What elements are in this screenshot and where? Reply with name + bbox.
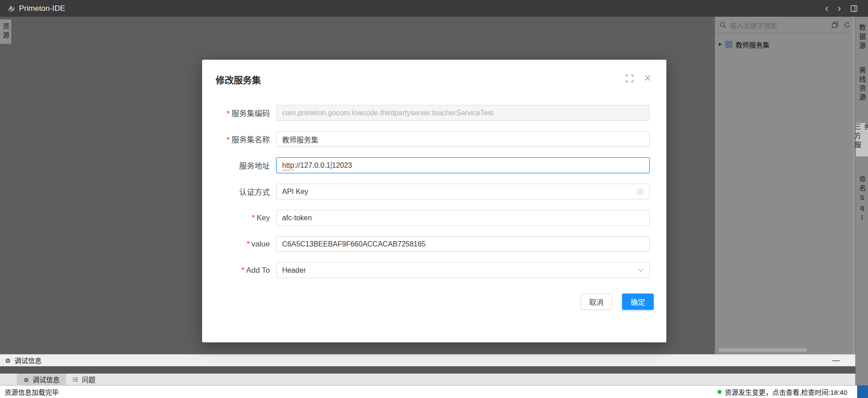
collapsed-panel-area	[0, 366, 855, 374]
required-mark: *	[226, 136, 230, 144]
field-label: value	[251, 240, 270, 248]
close-icon[interactable]	[644, 75, 651, 81]
titlebar: Primeton-IDE ‹ ›	[0, 0, 868, 17]
service-group-icon	[725, 41, 732, 48]
required-mark: *	[226, 109, 230, 118]
field-row-value: *value C6A5C13BEEBAF9F660ACCACAB7258165	[202, 236, 666, 252]
app-logo-icon	[6, 4, 15, 13]
search-input[interactable]: 输入关键字搜索	[730, 20, 777, 30]
tree-expand-caret-icon[interactable]	[719, 43, 722, 46]
dialog-form: *服务集编码 com.primeton.gocom.lowcode.thirdp…	[202, 105, 666, 310]
app-window: Primeton-IDE ‹ › 资源 输入关	[0, 0, 868, 398]
field-label: 服务集编码	[231, 109, 270, 118]
status-green-dot-icon	[717, 390, 722, 394]
sidebar-tab-resources[interactable]: 资源	[0, 19, 11, 44]
tab-offline-resources[interactable]: 离线资源	[856, 65, 868, 104]
corner-notification-square[interactable]	[857, 385, 868, 398]
nav-forward-button[interactable]: ›	[838, 4, 841, 13]
text-caret	[331, 161, 332, 170]
left-tab-strip: 资源	[0, 17, 11, 354]
field-label: 认证方式	[239, 188, 270, 197]
horizontal-scrollbar[interactable]	[718, 348, 807, 352]
service-set-code-input[interactable]: com.primeton.gocom.lowcode.thirdpartyser…	[276, 105, 650, 121]
search-icon	[719, 21, 726, 28]
status-message-left: 资源信息加载完毕	[5, 387, 59, 397]
right-tab-strip: 数据源 离线资源 三方服务 命名Sql	[855, 17, 868, 385]
field-row-key: *Key afc-token	[202, 210, 666, 226]
tab-debug-info[interactable]: 调试信息	[17, 374, 66, 385]
required-mark: *	[247, 240, 250, 248]
field-row-auth-type: 认证方式 API Key	[202, 184, 666, 199]
toggle-panel-icon[interactable]	[850, 5, 858, 13]
service-set-name-input[interactable]: 教师服务集	[276, 131, 650, 147]
tab-named-sql[interactable]: 命名Sql	[856, 175, 868, 224]
field-row-service-set-name: *服务集名称 教师服务集	[202, 131, 666, 147]
field-label: 服务集名称	[231, 136, 270, 144]
required-mark: *	[252, 213, 255, 222]
edit-service-set-dialog: 修改服务集 *服务集编码 com.primeton.gocom.lowcode.…	[202, 60, 666, 342]
clear-circle-icon[interactable]	[637, 188, 644, 195]
tree-item-teacher-service-set[interactable]: 教师服务集	[715, 38, 855, 51]
minimize-panel-button[interactable]: —	[832, 358, 840, 363]
tree-item-label: 教师服务集	[736, 40, 769, 49]
status-message-right: 资源发生变更，点击查看,检查时间:18:40	[725, 387, 847, 397]
app-title: Primeton-IDE	[19, 4, 65, 13]
resource-change-notice[interactable]: 资源发生变更，点击查看,检查时间:18:40	[717, 387, 847, 397]
nav-back-button[interactable]: ‹	[825, 4, 828, 13]
field-row-service-address: 服务地址 http://127.0.0.112023	[202, 157, 666, 173]
fullscreen-icon[interactable]	[625, 74, 634, 83]
tab-data-source[interactable]: 数据源	[856, 20, 868, 55]
debug-panel-header: 调试信息 —	[0, 354, 855, 366]
statusbar: 资源信息加载完毕 资源发生变更，点击查看,检查时间:18:40	[0, 385, 868, 398]
field-row-add-to: *Add To Header	[202, 262, 666, 278]
search-bar[interactable]: 输入关键字搜索	[715, 17, 855, 33]
vertical-scrollbar[interactable]	[852, 17, 855, 354]
cancel-button[interactable]: 取消	[580, 294, 612, 310]
ok-button[interactable]: 确定	[622, 294, 654, 310]
resource-tree-panel: 输入关键字搜索	[714, 17, 855, 354]
auth-type-select[interactable]: API Key	[276, 184, 650, 199]
debug-panel-title: 调试信息	[14, 355, 42, 365]
bug-icon	[23, 376, 29, 383]
layers-icon[interactable]	[831, 21, 839, 28]
field-row-service-set-code: *服务集编码 com.primeton.gocom.lowcode.thirdp…	[202, 105, 666, 121]
list-icon	[72, 376, 79, 383]
value-input[interactable]: C6A5C13BEEBAF9F660ACCACAB7258165	[276, 236, 650, 252]
chevron-down-icon	[638, 268, 644, 272]
field-label: Add To	[246, 266, 270, 275]
resources-tab-label: 资源	[1, 23, 10, 41]
tab-third-party-services[interactable]: 三方服务	[856, 123, 868, 156]
key-input[interactable]: afc-token	[276, 210, 650, 226]
field-label: Key	[257, 213, 270, 222]
service-address-input[interactable]: http://127.0.0.112023	[276, 157, 650, 173]
dialog-footer: 取消 确定	[202, 294, 666, 310]
refresh-icon[interactable]	[844, 21, 851, 28]
tab-problems[interactable]: 问题	[66, 374, 102, 385]
bottom-tab-bar: 调试信息 问题	[0, 374, 855, 385]
required-mark: *	[241, 266, 245, 275]
add-to-select[interactable]: Header	[276, 262, 650, 278]
bug-icon	[5, 357, 11, 364]
dialog-title: 修改服务集	[216, 73, 261, 86]
field-label: 服务地址	[239, 162, 270, 171]
